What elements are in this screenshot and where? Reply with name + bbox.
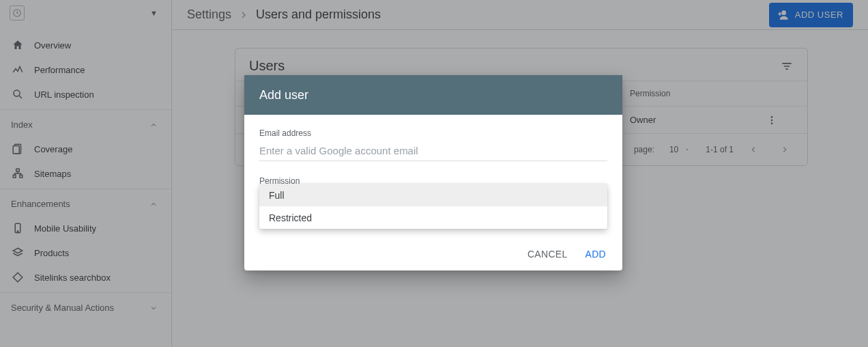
add-user-dialog: Add user Email address Permission Full R… bbox=[244, 75, 622, 270]
option-label: Full bbox=[269, 190, 285, 201]
permission-option-full[interactable]: Full bbox=[259, 184, 607, 206]
option-label: Restricted bbox=[269, 212, 312, 223]
dialog-title: Add user bbox=[244, 75, 622, 115]
cancel-button[interactable]: CANCEL bbox=[527, 249, 568, 260]
permission-option-restricted[interactable]: Restricted bbox=[259, 206, 607, 229]
permission-dropdown: Full Restricted bbox=[259, 184, 607, 229]
email-label: Email address bbox=[259, 128, 607, 138]
email-field[interactable] bbox=[259, 138, 607, 161]
add-button[interactable]: ADD bbox=[585, 249, 606, 260]
